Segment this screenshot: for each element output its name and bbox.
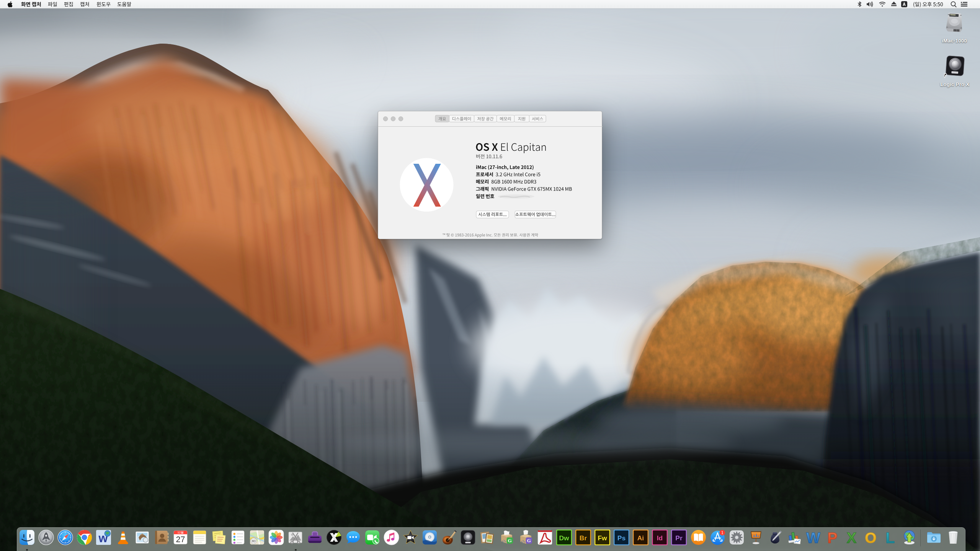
svg-text:12월: 12월 [177, 531, 183, 534]
svg-text:X: X [847, 530, 857, 545]
svg-text:Dw: Dw [559, 534, 569, 542]
svg-text:Br: Br [580, 534, 587, 542]
svg-text:O: O [865, 530, 877, 545]
svg-text:W: W [806, 530, 820, 545]
svg-text:Ai: Ai [637, 534, 644, 542]
svg-text:Pr: Pr [676, 534, 683, 542]
svg-text:G: G [508, 538, 511, 543]
svg-text:L: L [885, 530, 895, 545]
svg-text:1: 1 [721, 531, 724, 535]
svg-text:G: G [527, 538, 531, 543]
svg-text:3D: 3D [252, 539, 256, 543]
svg-text:Fw: Fw [598, 534, 607, 542]
svg-text:27: 27 [176, 535, 185, 544]
svg-text:Ps: Ps [617, 534, 626, 542]
svg-text:Id: Id [657, 534, 663, 542]
svg-text:P: P [828, 530, 838, 545]
